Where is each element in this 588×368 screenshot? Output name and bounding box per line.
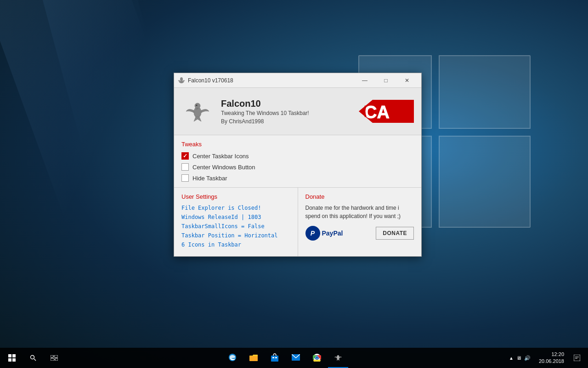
chrome-icon (313, 353, 321, 362)
desktop: Falcon10 v170618 — □ ✕ (0, 0, 588, 368)
clock-time: 12:20 (539, 351, 564, 358)
svg-rect-27 (574, 355, 580, 361)
app-info: Falcon10 Tweaking The Windows 10 Taskbar… (221, 98, 351, 125)
taskbar: ▲ 🖥 🔊 12:20 20.06.2018 (0, 348, 588, 368)
taskbar-right: ▲ 🖥 🔊 12:20 20.06.2018 (506, 348, 588, 368)
setting-taskbar-position: Taskbar Position = Horizontal (181, 232, 290, 239)
tray-icons: ▲ 🖥 🔊 (506, 355, 533, 361)
svg-rect-8 (8, 358, 11, 362)
taskbar-falcon-app[interactable] (328, 348, 348, 368)
close-button[interactable]: ✕ (396, 73, 418, 88)
donate-panel: Donate Donate me for the hardwork and ti… (298, 188, 422, 256)
center-windows-button-row: Center Windows Button (181, 163, 414, 171)
explorer-icon (249, 354, 258, 361)
system-clock[interactable]: 12:20 20.06.2018 (535, 351, 568, 365)
taskbar-chrome-app[interactable] (307, 348, 327, 368)
hide-taskbar-checkbox[interactable] (181, 174, 189, 182)
hide-taskbar-row: Hide Taskbar (181, 174, 414, 182)
app-header: Falcon10 Tweaking The Windows 10 Taskbar… (174, 88, 421, 135)
mail-icon (292, 354, 300, 361)
network-icon[interactable]: 🖥 (516, 355, 521, 361)
svg-rect-14 (51, 358, 54, 361)
svg-line-11 (34, 359, 36, 361)
user-settings-title: User Settings (181, 193, 290, 200)
paypal-icon: P (305, 226, 320, 241)
donate-title: Donate (305, 193, 414, 200)
svg-rect-12 (51, 355, 53, 357)
center-windows-button-checkbox[interactable] (181, 163, 189, 171)
svg-point-3 (196, 105, 198, 106)
maximize-button[interactable]: □ (375, 73, 396, 88)
svg-rect-20 (275, 357, 277, 358)
taskbar-left (0, 348, 64, 368)
paypal-logo: P PayPal (305, 226, 343, 241)
setting-icons-count: 6 Icons in Taskbar (181, 242, 290, 248)
search-icon (30, 355, 36, 361)
title-bar-controls: — □ ✕ (354, 73, 418, 88)
minimize-button[interactable]: — (354, 73, 375, 88)
title-bar-text: Falcon10 v170618 (188, 77, 354, 84)
svg-point-25 (316, 356, 318, 359)
hide-taskbar-label: Hide Taskbar (192, 175, 227, 182)
falcon-taskbar-icon (334, 354, 342, 361)
svg-rect-17 (249, 356, 258, 361)
svg-rect-9 (12, 358, 16, 362)
light-beam2 (41, 0, 189, 215)
app-logo (181, 95, 214, 127)
task-view-button[interactable] (44, 348, 64, 368)
tray-overflow-button[interactable]: ▲ (509, 356, 514, 361)
start-button[interactable] (2, 348, 22, 368)
setting-release-id: Windows ReleaseId | 1803 (181, 214, 290, 220)
windows-icon (8, 354, 16, 362)
taskbar-store-app[interactable] (265, 348, 285, 368)
center-taskbar-icons-row: ✓ Center Taskbar Icons (181, 152, 414, 160)
app-tagline: Tweaking The Windows 10 Taskbar! (221, 110, 351, 116)
svg-rect-18 (271, 356, 278, 362)
taskbar-explorer-app[interactable] (243, 348, 264, 368)
donate-bottom: P PayPal DONATE (305, 226, 414, 241)
bottom-sections: User Settings File Explorer is Closed! W… (174, 188, 421, 256)
taskbar-center (64, 348, 506, 368)
center-taskbar-icons-label: Center Taskbar Icons (192, 153, 249, 160)
edge-icon (228, 353, 237, 362)
app-title-icon (178, 77, 185, 84)
svg-rect-13 (54, 355, 58, 357)
donate-text: Donate me for the hardwork and time i sp… (305, 204, 414, 220)
svg-point-0 (180, 77, 183, 81)
tweaks-section: Tweaks ✓ Center Taskbar Icons Center Win… (174, 135, 421, 188)
app-name: Falcon10 (221, 98, 351, 109)
donate-button[interactable]: DONATE (376, 227, 414, 240)
task-view-icon (51, 355, 58, 361)
svg-rect-7 (12, 354, 16, 357)
win-pane-tr (439, 55, 531, 129)
title-bar: Falcon10 v170618 — □ ✕ (174, 73, 421, 88)
setting-small-icons: TaskbarSmallIcons = False (181, 223, 290, 230)
taskbar-edge-app[interactable] (222, 348, 243, 368)
app-author: By ChrisAnd1998 (221, 118, 351, 125)
paypal-text: PayPal (322, 230, 343, 237)
checkmark-icon: ✓ (183, 153, 187, 159)
center-windows-button-label: Center Windows Button (192, 164, 255, 171)
search-button[interactable] (23, 348, 43, 368)
setting-file-explorer: File Explorer is Closed! (181, 205, 290, 211)
svg-text:CA: CA (364, 103, 390, 122)
notification-center-button[interactable] (570, 348, 584, 368)
app-window: Falcon10 v170618 — □ ✕ (174, 73, 422, 257)
svg-point-10 (31, 356, 34, 359)
falcon-icon (184, 98, 211, 125)
svg-rect-6 (8, 354, 11, 357)
svg-rect-19 (272, 357, 274, 358)
user-settings-panel: User Settings File Explorer is Closed! W… (174, 188, 298, 256)
store-icon (271, 353, 278, 362)
volume-icon[interactable]: 🔊 (524, 355, 531, 361)
center-taskbar-icons-checkbox[interactable]: ✓ (181, 152, 189, 160)
tweaks-title: Tweaks (181, 141, 414, 148)
win-pane-br (439, 136, 531, 228)
notification-icon (574, 355, 580, 361)
ca-logo: CA (359, 98, 414, 125)
clock-date: 20.06.2018 (539, 358, 564, 365)
taskbar-mail-app[interactable] (286, 348, 306, 368)
svg-rect-15 (55, 358, 58, 361)
